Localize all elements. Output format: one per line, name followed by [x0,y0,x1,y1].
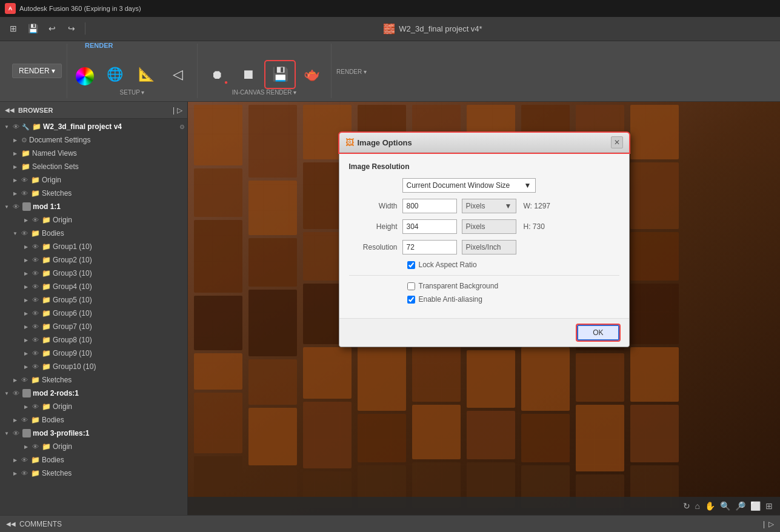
tree-item-mod2-bodies[interactable]: 👁 📁 Bodies [0,413,187,427]
sketches-arrow[interactable] [11,189,19,198]
group3-arrow[interactable] [22,269,30,278]
origin-eye[interactable]: 👁 [19,176,29,184]
width-unit[interactable]: Pixels ▼ [462,199,516,213]
sketches-eye[interactable]: 👁 [19,190,29,197]
tree-item-group10[interactable]: 👁 📁 Group10 (10) [0,360,187,373]
display-mode-icon[interactable]: ⬜ [750,501,761,511]
mod2-bodies-eye[interactable]: 👁 [19,416,29,424]
mod2-eye[interactable]: 👁 [11,390,21,397]
teapot-button[interactable]: 🫖 [297,61,326,88]
mod3-origin-arrow[interactable] [22,442,30,451]
mod1-eye[interactable]: 👁 [11,203,21,210]
rotate-icon[interactable]: ↻ [683,501,690,511]
browser-expand-btn[interactable]: ▷ [177,106,182,115]
tree-item-selection-sets[interactable]: 📁 Selection Sets [0,160,187,173]
selection-sets-arrow[interactable] [11,162,19,171]
pan-icon[interactable]: ✋ [705,501,715,511]
browser-expand-icon[interactable]: ◀◀ [5,107,15,113]
tree-item-mod3[interactable]: 👁 mod 3-profiles:1 [0,427,187,440]
undo-button[interactable]: ↩ [44,20,61,37]
mod3-sketches-arrow[interactable] [11,469,19,477]
tree-item-mod2-origin[interactable]: 👁 📁 Origin [0,400,187,413]
tree-item-sketches[interactable]: 👁 📁 Sketches [0,187,187,200]
mod3-arrow[interactable] [2,429,11,437]
tree-item-mod1[interactable]: 👁 mod 1:1 [0,200,187,213]
group6-eye[interactable]: 👁 [30,310,40,317]
tree-root-item[interactable]: 👁 🔧 📁 W2_3d_final project v4 ⚙ [0,120,187,133]
mod1-sketches-eye[interactable]: 👁 [19,376,29,384]
dialog-close-button[interactable]: ✕ [611,136,623,148]
group1-eye[interactable]: 👁 [30,243,40,250]
bodies-arrow[interactable] [11,229,19,238]
tree-item-group9[interactable]: 👁 📁 Group9 (10) [0,347,187,360]
group9-eye[interactable]: 👁 [30,350,40,357]
root-expand-arrow[interactable] [2,122,11,131]
render-settings-button[interactable]: 📐 [132,61,161,88]
tree-item-group1[interactable]: 👁 📁 Group1 (10) [0,240,187,253]
tree-item-group4[interactable]: 👁 📁 Group4 (10) [0,280,187,293]
canvas-render-start-button[interactable]: ⏺ ● [202,61,232,88]
tree-item-mod1-origin[interactable]: 👁 📁 Origin [0,213,187,227]
mod1-origin-eye[interactable]: 👁 [30,216,40,224]
mod3-bodies-arrow[interactable] [11,456,19,464]
group3-eye[interactable]: 👁 [30,270,40,277]
tree-item-group7[interactable]: 👁 📁 Group7 (10) [0,320,187,333]
tree-item-named-views[interactable]: 📁 Named Views [0,147,187,160]
bodies-eye[interactable]: 👁 [19,230,29,237]
group5-arrow[interactable] [22,296,30,304]
tree-item-mod1-sketches[interactable]: 👁 📁 Sketches [0,373,187,387]
viewport[interactable]: 🖼 Image Options ✕ Image Resolution Curre… [188,102,780,515]
doc-settings-arrow[interactable] [11,136,19,144]
height-input[interactable] [402,219,457,234]
resolution-input[interactable] [402,240,457,254]
mod3-bodies-eye[interactable]: 👁 [19,456,29,464]
group4-arrow[interactable] [22,282,30,291]
tree-item-origin[interactable]: 👁 📁 Origin [0,173,187,187]
mod2-origin-eye[interactable]: 👁 [30,403,40,410]
mod2-arrow[interactable] [2,389,11,397]
group9-arrow[interactable] [22,349,30,357]
width-input[interactable] [402,199,457,213]
tree-item-doc-settings[interactable]: ⚙ Document Settings [0,133,187,147]
root-eye-icon[interactable]: 👁 [11,123,21,130]
tree-item-mod2[interactable]: 👁 mod 2-rods:1 [0,387,187,400]
group8-eye[interactable]: 👁 [30,336,40,344]
home-icon[interactable]: ⌂ [695,501,700,511]
zoom-out-icon[interactable]: 🔎 [735,501,745,511]
group7-arrow[interactable] [22,322,30,331]
tree-item-group6[interactable]: 👁 📁 Group6 (10) [0,307,187,320]
tree-item-mod3-sketches[interactable]: 👁 📁 Sketches [0,467,187,480]
color-wheel-button[interactable] [72,65,98,88]
browser-pin-icon[interactable]: | [173,106,175,115]
tree-item-bodies[interactable]: 👁 📁 Bodies [0,227,187,240]
mod2-origin-arrow[interactable] [22,402,30,411]
group7-eye[interactable]: 👁 [30,323,40,330]
ok-button[interactable]: OK [577,325,619,341]
group2-eye[interactable]: 👁 [30,256,40,264]
group10-eye[interactable]: 👁 [30,363,40,370]
group1-arrow[interactable] [22,242,30,251]
redo-button[interactable]: ↪ [63,20,80,37]
tree-item-group2[interactable]: 👁 📁 Group2 (10) [0,253,187,267]
lock-aspect-checkbox[interactable] [407,261,415,269]
save-image-button[interactable]: 💾 [265,61,295,88]
group2-arrow[interactable] [22,256,30,264]
anti-aliasing-checkbox[interactable] [407,296,415,304]
mod3-sketches-eye[interactable]: 👁 [19,470,29,477]
decal-button[interactable]: ◁ [163,61,192,88]
mod3-origin-eye[interactable]: 👁 [30,443,40,450]
mod3-eye[interactable]: 👁 [11,430,21,437]
canvas-render-stop-button[interactable]: ⏹ [234,61,263,88]
resolution-preset-select[interactable]: Current Document Window Size ▼ [402,178,536,193]
group5-eye[interactable]: 👁 [30,296,40,304]
mod1-sketches-arrow[interactable] [11,376,19,384]
group8-arrow[interactable] [22,336,30,344]
transparent-bg-checkbox[interactable] [407,282,415,290]
grid-display-icon[interactable]: ⊞ [765,501,773,511]
tree-item-group5[interactable]: 👁 📁 Group5 (10) [0,293,187,307]
origin-arrow[interactable] [11,176,19,184]
bottom-expand-icon[interactable]: ▷ [768,520,774,528]
save-button[interactable]: 💾 [24,20,41,37]
zoom-icon[interactable]: 🔍 [720,501,730,511]
mod2-bodies-arrow[interactable] [11,416,19,424]
